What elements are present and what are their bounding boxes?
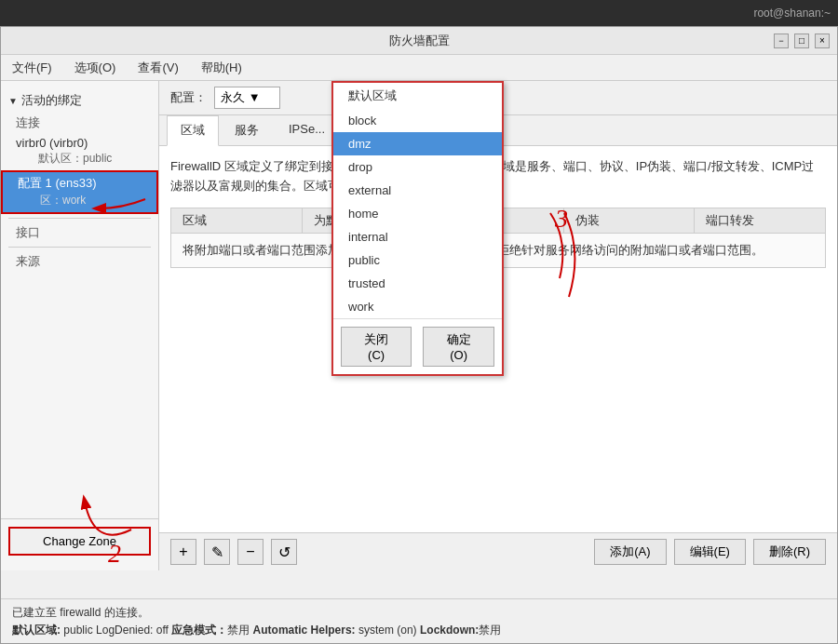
dropdown-item-dmz[interactable]: dmz [333, 132, 502, 155]
sidebar-divider-1 [8, 218, 151, 219]
config-label: 配置： [170, 89, 207, 106]
sidebar-connection-ens33-name: 配置 1 (ens33) [18, 175, 142, 192]
title-bar-user: root@shanan:~ [7, 7, 831, 20]
sidebar-connection-ens33-sub: 区：work [18, 192, 142, 209]
tab-services[interactable]: 服务 [221, 115, 273, 145]
dropdown-item-default-zone[interactable]: 默认区域 [333, 83, 502, 109]
menu-view[interactable]: 查看(V) [134, 58, 182, 78]
zone-col-masquerade: 伪装 [564, 208, 696, 233]
tab-zones[interactable]: 区域 [167, 115, 219, 146]
menu-file[interactable]: 文件(F) [8, 58, 56, 78]
dropdown-item-public[interactable]: public [333, 248, 502, 272]
dropdown-item-external[interactable]: external [333, 179, 502, 202]
sidebar-section-label: 活动的绑定 [21, 92, 82, 109]
edit-icon: ✎ [211, 543, 223, 561]
dropdown-item-internal[interactable]: internal [333, 225, 502, 248]
dropdown-close-button[interactable]: 关闭(C) [341, 327, 412, 367]
dropdown-buttons: 关闭(C) 确定(O) [333, 318, 502, 374]
minus-icon: − [246, 543, 254, 560]
plus-icon: + [179, 543, 187, 560]
add-button[interactable]: 添加(A) [594, 539, 666, 565]
sidebar-connection-virbr0[interactable]: virbr0 (virbr0) 默认区：public [1, 133, 158, 170]
status-lockdown-value: 禁用 [479, 624, 501, 637]
remove-icon-button[interactable]: − [237, 539, 264, 565]
main-window: 防火墙配置 － □ × 文件(F) 选项(O) 查看(V) 帮助(H) ▼ 活动… [0, 26, 838, 644]
connections-label: 连接 [1, 113, 158, 133]
menu-help[interactable]: 帮助(H) [197, 58, 246, 78]
interface-label: 接口 [1, 222, 158, 243]
dropdown-item-work[interactable]: work [333, 295, 502, 318]
status-bar: 已建立至 firewalld 的连接。 默认区域: public LogDeni… [1, 598, 837, 643]
menu-options[interactable]: 选项(O) [71, 58, 120, 78]
menu-bar: 文件(F) 选项(O) 查看(V) 帮助(H) [1, 55, 837, 81]
add-icon-button[interactable]: + [170, 539, 196, 565]
sidebar-divider-2 [8, 247, 151, 248]
dropdown-item-block[interactable]: block [333, 109, 502, 132]
config-dropdown-arrow: ▼ [249, 90, 261, 104]
action-buttons: 添加(A) 编辑(E) 删除(R) [594, 539, 826, 565]
status-line2: 默认区域: public LogDenied: off 应急模式：禁用 Auto… [12, 623, 826, 638]
status-helpers-label: Automatic Helpers: [253, 624, 358, 637]
sidebar-connection-ens33[interactable]: 配置 1 (ens33) 区：work [1, 170, 158, 214]
edit-button[interactable]: 编辑(E) [674, 539, 746, 565]
edit-icon-button[interactable]: ✎ [204, 539, 230, 565]
window-titlebar: 防火墙配置 － □ × [1, 27, 837, 55]
window-controls: － □ × [774, 34, 830, 48]
close-button[interactable]: × [815, 34, 830, 48]
status-helpers-value: system (on) [358, 624, 417, 637]
dropdown-item-trusted[interactable]: trusted [333, 272, 502, 295]
tab-ipsec[interactable]: IPSe... [275, 115, 339, 145]
change-zone-button[interactable]: Change Zone [8, 527, 151, 556]
status-default-zone-label: 默认区域: [12, 624, 63, 637]
status-default-zone-value: public [63, 624, 92, 637]
zone-col-portforward: 端口转发 [695, 208, 825, 233]
sidebar-bottom: Change Zone [1, 518, 158, 563]
sidebar: ▼ 活动的绑定 连接 virbr0 (virbr0) 默认区：public 配置… [1, 81, 159, 570]
dropdown-ok-button[interactable]: 确定(O) [423, 327, 494, 367]
dropdown-item-drop[interactable]: drop [333, 155, 502, 179]
dropdown-default-zone-label: 默认区域 [348, 88, 397, 102]
dropdown-overlay: 默认区域 block dmz drop external home intern… [331, 81, 504, 376]
sidebar-connection-virbr0-sub: 默认区：public [16, 150, 143, 168]
title-bar: root@shanan:~ [0, 0, 838, 26]
sidebar-section-active-bindings[interactable]: ▼ 活动的绑定 [1, 88, 158, 113]
status-lockdown-label: Lockdown: [420, 624, 479, 637]
refresh-icon: ↺ [278, 543, 291, 561]
config-value: 永久 [221, 90, 245, 104]
sidebar-connection-virbr0-name: virbr0 (virbr0) [16, 136, 143, 150]
minimize-button[interactable]: － [774, 34, 789, 48]
delete-button[interactable]: 删除(R) [753, 539, 826, 565]
status-logdenied-label: LogDenied: [96, 624, 156, 637]
refresh-icon-button[interactable]: ↺ [271, 539, 297, 565]
status-line1: 已建立至 firewalld 的连接。 [12, 605, 826, 621]
bottom-toolbar: + ✎ − ↺ 添加(A) 编辑(E) 删除(R) [159, 532, 837, 570]
arrow-icon: ▼ [8, 96, 18, 106]
dropdown-item-home[interactable]: home [333, 202, 502, 225]
status-logdenied-value: off [156, 624, 169, 637]
status-emergency-value: 禁用 [227, 624, 250, 637]
config-select[interactable]: 永久 ▼ [214, 87, 280, 109]
status-emergency-label: 应急模式： [171, 624, 227, 637]
window-title: 防火墙配置 [389, 33, 450, 49]
source-label: 来源 [1, 251, 158, 272]
zone-col-zone: 区域 [171, 208, 303, 233]
maximize-button[interactable]: □ [794, 34, 809, 48]
